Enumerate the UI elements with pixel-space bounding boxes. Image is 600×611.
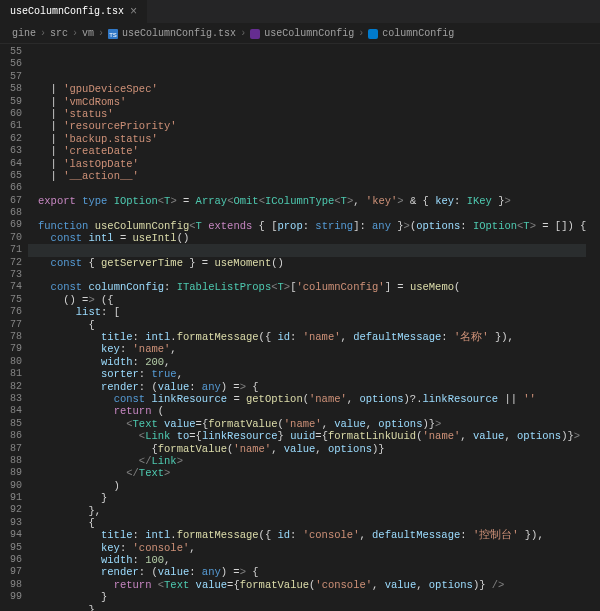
ts-react-icon: TS <box>108 29 118 39</box>
line-number: 79 <box>0 343 28 355</box>
chevron-right-icon: › <box>358 28 364 39</box>
line-number: 92 <box>0 504 28 516</box>
line-number: 65 <box>0 170 28 182</box>
line-number: 83 <box>0 393 28 405</box>
line-number: 94 <box>0 529 28 541</box>
line-number: 75 <box>0 294 28 306</box>
line-number: 72 <box>0 257 28 269</box>
chevron-right-icon: › <box>240 28 246 39</box>
line-number: 95 <box>0 542 28 554</box>
line-number: 69 <box>0 219 28 231</box>
line-number: 84 <box>0 405 28 417</box>
line-number: 99 <box>0 591 28 603</box>
line-number: 86 <box>0 430 28 442</box>
line-number: 85 <box>0 418 28 430</box>
line-gutter: 5556575859606162636465666768697071727374… <box>0 44 28 611</box>
breadcrumbs[interactable]: gine › src › vm › TS useColumnConfig.tsx… <box>0 24 600 44</box>
line-number: 57 <box>0 71 28 83</box>
editor[interactable]: 5556575859606162636465666768697071727374… <box>0 44 600 611</box>
code-content: | 'gpuDeviceSpec' | 'vmCdRoms' | 'status… <box>38 83 586 611</box>
breadcrumb-part[interactable]: src <box>50 28 68 39</box>
line-number: 71 <box>0 244 28 256</box>
line-number: 91 <box>0 492 28 504</box>
chevron-right-icon: › <box>98 28 104 39</box>
code-area[interactable]: | 'gpuDeviceSpec' | 'vmCdRoms' | 'status… <box>28 44 586 611</box>
chevron-right-icon: › <box>40 28 46 39</box>
line-number: 73 <box>0 269 28 281</box>
breadcrumb-part[interactable]: vm <box>82 28 94 39</box>
editor-tab[interactable]: useColumnConfig.tsx × <box>0 0 148 23</box>
breadcrumb-part[interactable]: useColumnConfig.tsx <box>122 28 236 39</box>
chevron-right-icon: › <box>72 28 78 39</box>
tab-title: useColumnConfig.tsx <box>10 6 124 17</box>
line-number: 63 <box>0 145 28 157</box>
line-number: 68 <box>0 207 28 219</box>
line-number: 64 <box>0 158 28 170</box>
line-number: 80 <box>0 356 28 368</box>
line-number: 55 <box>0 46 28 58</box>
line-number: 78 <box>0 331 28 343</box>
line-number: 88 <box>0 455 28 467</box>
function-icon <box>250 29 260 39</box>
breadcrumb-part[interactable]: gine <box>12 28 36 39</box>
variable-icon <box>368 29 378 39</box>
line-number: 98 <box>0 579 28 591</box>
line-number: 77 <box>0 319 28 331</box>
breadcrumb-part[interactable]: useColumnConfig <box>264 28 354 39</box>
svg-rect-2 <box>250 29 260 39</box>
line-number: 56 <box>0 58 28 70</box>
line-number: 81 <box>0 368 28 380</box>
line-number: 89 <box>0 467 28 479</box>
line-number: 87 <box>0 443 28 455</box>
line-number: 93 <box>0 517 28 529</box>
line-number: 74 <box>0 281 28 293</box>
line-number: 82 <box>0 381 28 393</box>
line-number: 58 <box>0 83 28 95</box>
line-number: 60 <box>0 108 28 120</box>
line-number: 67 <box>0 195 28 207</box>
line-number: 96 <box>0 554 28 566</box>
line-number: 70 <box>0 232 28 244</box>
line-number: 59 <box>0 96 28 108</box>
line-number: 62 <box>0 133 28 145</box>
line-number: 61 <box>0 120 28 132</box>
svg-rect-3 <box>368 29 378 39</box>
tab-bar: useColumnConfig.tsx × <box>0 0 600 24</box>
line-number: 66 <box>0 182 28 194</box>
close-icon[interactable]: × <box>130 5 137 19</box>
line-number: 76 <box>0 306 28 318</box>
line-number: 90 <box>0 480 28 492</box>
svg-text:TS: TS <box>109 31 117 37</box>
line-number: 97 <box>0 566 28 578</box>
breadcrumb-part[interactable]: columnConfig <box>382 28 454 39</box>
